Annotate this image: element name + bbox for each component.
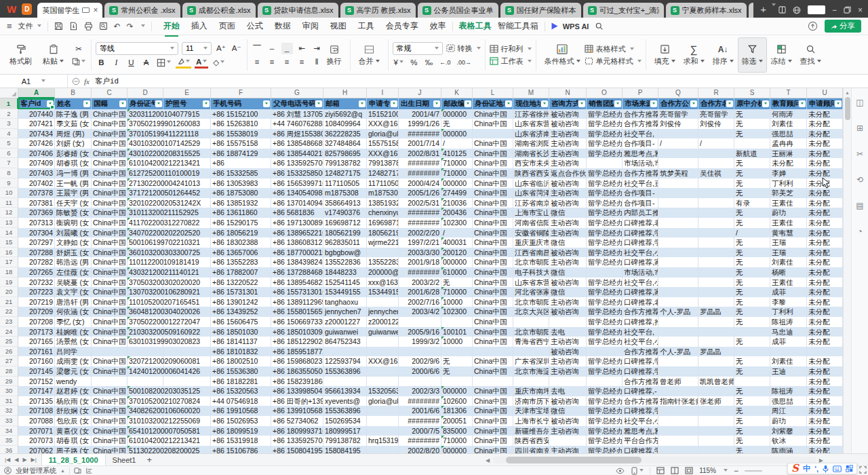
- cell[interactable]: 刘素佳: [770, 257, 807, 267]
- cell[interactable]: 冯一博 (男: [55, 168, 92, 178]
- cell[interactable]: 无: [734, 297, 770, 307]
- font-name-select[interactable]: 等线: [96, 42, 178, 55]
- cell[interactable]: 370105199411221118: [127, 129, 163, 139]
- system-menu[interactable]: 业财管理系统: [16, 466, 56, 475]
- eye-protect-icon[interactable]: [616, 468, 625, 474]
- cell[interactable]: China中国: [473, 168, 513, 178]
- cell[interactable]: 无: [734, 366, 770, 377]
- cell[interactable]: [698, 287, 734, 297]
- cell[interactable]: China中国: [92, 396, 127, 406]
- cell[interactable]: 710000: [441, 436, 473, 446]
- cell[interactable]: 筑梦美程: [658, 168, 698, 178]
- cell[interactable]: 王瑞: [770, 238, 807, 248]
- cell[interactable]: 864752343: [323, 337, 367, 347]
- cell[interactable]: 梁馨元 (女: [55, 366, 92, 377]
- export-icon[interactable]: [69, 22, 78, 31]
- cell[interactable]: /: [658, 138, 698, 149]
- cell[interactable]: 刘妍 (女): [55, 138, 92, 149]
- cell[interactable]: [658, 356, 698, 366]
- cell[interactable]: XXX@163.c: [367, 149, 399, 159]
- cell[interactable]: [441, 347, 473, 357]
- cell[interactable]: +86 1565399710: [271, 178, 323, 189]
- cell[interactable]: 季忆 (女): [55, 317, 92, 327]
- row-header[interactable]: 11: [0, 198, 18, 208]
- cell[interactable]: 留学总经办: [587, 426, 623, 436]
- cell[interactable]: +86 15263810: [211, 119, 271, 129]
- cell[interactable]: China中国: [473, 386, 513, 396]
- cell[interactable]: China中国: [473, 327, 513, 337]
- cell[interactable]: gloria@uki: [367, 129, 399, 139]
- cell[interactable]: +86 1335925706: [271, 158, 323, 168]
- cell[interactable]: 合作方推荐: [623, 109, 658, 119]
- cell[interactable]: China中国: [473, 287, 513, 297]
- column-header[interactable]: P: [623, 88, 658, 98]
- cell[interactable]: [513, 317, 549, 327]
- decrease-indent-icon[interactable]: ⇤: [296, 43, 308, 54]
- cell[interactable]: China中国: [92, 257, 127, 267]
- cell[interactable]: 130703200106280921: [127, 287, 163, 297]
- save-icon[interactable]: [54, 22, 63, 31]
- sum-button[interactable]: ∑ 求和: [679, 37, 709, 73]
- new-document-tab-button[interactable]: +: [760, 3, 766, 15]
- cell[interactable]: 留学总经办: [587, 307, 623, 317]
- cell[interactable]: +86 18182281: [211, 377, 271, 387]
- wrap-text-button[interactable]: 换行: [323, 37, 346, 73]
- cell[interactable]: ########: [399, 218, 441, 228]
- cell[interactable]: [658, 366, 698, 377]
- cell[interactable]: [698, 416, 734, 426]
- cell[interactable]: [734, 327, 770, 337]
- row-header[interactable]: 16: [0, 248, 18, 258]
- cell[interactable]: 102300: [441, 307, 473, 317]
- cell[interactable]: 未分配: [807, 366, 843, 377]
- header-cell[interactable]: 身份证地址: [473, 98, 513, 109]
- cell[interactable]: 个人-罗晶: [658, 307, 698, 317]
- filter-button[interactable]: 筛选: [738, 37, 767, 73]
- cell[interactable]: [698, 446, 734, 453]
- cell[interactable]: 陈祖涛: [770, 386, 807, 396]
- filter-dropdown-icon[interactable]: [433, 100, 440, 107]
- cell[interactable]: [658, 188, 698, 198]
- cell[interactable]: 被动咨询: [549, 178, 587, 189]
- row-header[interactable]: 23: [0, 317, 18, 327]
- cell[interactable]: China中国: [92, 208, 127, 218]
- cell[interactable]: China中国: [92, 188, 127, 198]
- cell[interactable]: 360103200303300725: [127, 248, 163, 258]
- sheet-tab[interactable]: Sheet1: [106, 454, 143, 466]
- cell[interactable]: 207173: [18, 327, 55, 337]
- cell[interactable]: [587, 377, 623, 387]
- cell[interactable]: [698, 356, 734, 366]
- cell[interactable]: 000000: [441, 109, 473, 119]
- cell[interactable]: 蔚玏: [770, 416, 807, 426]
- minimize-button[interactable]: −: [832, 6, 837, 14]
- cell[interactable]: 207369: [18, 208, 55, 218]
- print-icon[interactable]: [84, 22, 93, 31]
- cell[interactable]: [698, 158, 734, 168]
- cell[interactable]: 湖南省长沙: [513, 149, 549, 159]
- cell[interactable]: 雅思考点,雅: [623, 149, 658, 159]
- cell[interactable]: 江苏省徐州: [513, 109, 549, 119]
- row-header[interactable]: 32: [0, 406, 18, 416]
- cell[interactable]: [658, 158, 698, 168]
- page-layout-view-icon[interactable]: [671, 467, 679, 474]
- cell[interactable]: 胡睿琪 (女: [55, 158, 92, 168]
- file-menu[interactable]: 文件: [18, 21, 41, 31]
- horizontal-scrollbar[interactable]: ◀ ▶: [483, 456, 826, 464]
- zoom-slider[interactable]: [745, 470, 762, 472]
- cell[interactable]: +86 13854866895: [271, 138, 323, 149]
- cell[interactable]: 无: [734, 406, 770, 416]
- menu-tab-8[interactable]: 工具: [358, 20, 374, 32]
- cell[interactable]: 430321200211140121: [127, 267, 163, 278]
- cell[interactable]: 102300: [441, 218, 473, 228]
- cell[interactable]: 370105200210270824: [127, 396, 163, 406]
- cell[interactable]: China中国: [92, 436, 127, 446]
- cell[interactable]: China中国: [92, 297, 127, 307]
- cell[interactable]: 2002/2/20: [399, 228, 441, 238]
- cell[interactable]: +86 18056219: [211, 228, 271, 238]
- cell[interactable]: 2001/9/18: [399, 257, 441, 267]
- filter-dropdown-icon[interactable]: [203, 100, 210, 107]
- header-cell[interactable]: 申请专用: [367, 98, 399, 109]
- cell[interactable]: China中国: [92, 426, 127, 436]
- cell[interactable]: 留学总经办: [587, 396, 623, 406]
- cell[interactable]: 无: [734, 396, 770, 406]
- row-header[interactable]: 17: [0, 257, 18, 267]
